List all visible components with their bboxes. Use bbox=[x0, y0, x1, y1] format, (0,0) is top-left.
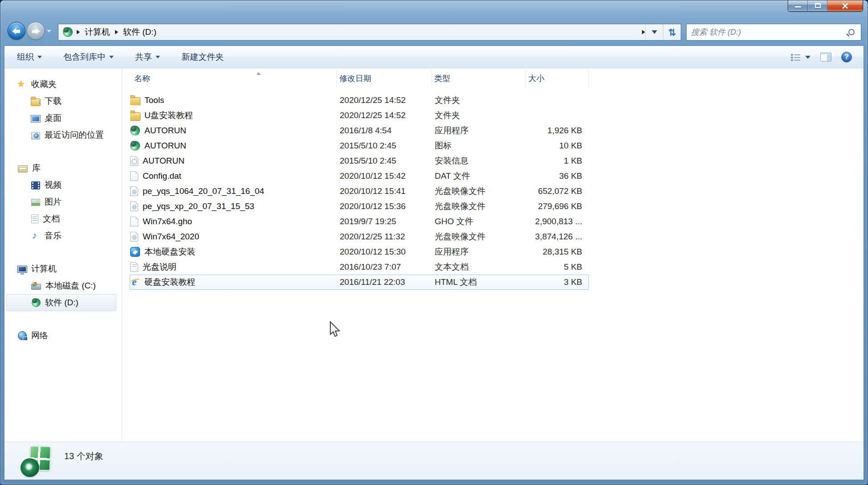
maximize-icon bbox=[815, 3, 821, 8]
file-name-cell: Win7x64_2020 bbox=[130, 232, 337, 242]
sidebar-item[interactable]: 桌面 bbox=[4, 110, 122, 127]
sidebar-item[interactable]: 图片 bbox=[4, 193, 122, 210]
file-row[interactable]: AUTORUN 2015/5/10 2:45 图标 10 KB bbox=[130, 138, 589, 153]
search-input[interactable] bbox=[687, 28, 848, 37]
file-row[interactable]: 本地硬盘安装 2020/10/12 15:30 应用程序 28,315 KB bbox=[130, 244, 589, 259]
file-name-cell: pe_yqs_xp_20_07_31_15_53 bbox=[130, 201, 337, 211]
disk-c-icon bbox=[31, 284, 41, 290]
file-name: AUTORUN bbox=[144, 141, 186, 151]
file-type-cell: 光盘映像文件 bbox=[432, 201, 526, 212]
column-header-label: 大小 bbox=[528, 73, 544, 84]
file-name-cell: U盘安装教程 bbox=[130, 110, 337, 121]
file-row[interactable]: Tools 2020/12/25 14:52 文件夹 bbox=[130, 93, 589, 108]
toolbar-button[interactable]: 新建文件夹 bbox=[181, 51, 224, 63]
sidebar-item[interactable]: 收藏夹 bbox=[4, 76, 122, 93]
file-date-cell: 2020/10/12 15:42 bbox=[337, 171, 432, 181]
address-dropdown-button[interactable] bbox=[645, 24, 663, 40]
file-size-cell: 28,315 KB bbox=[526, 247, 589, 257]
file-row[interactable]: pe_yqs_xp_20_07_31_15_53 2020/10/12 15:3… bbox=[130, 199, 589, 214]
recent-pages-caret-icon[interactable] bbox=[47, 30, 51, 35]
file-date-cell: 2020/10/12 15:41 bbox=[337, 186, 432, 196]
file-size-cell: 279,696 KB bbox=[526, 201, 589, 211]
client-area: 组织 包含到库中 共享 新建文件夹 ? bbox=[4, 45, 864, 480]
file-size-cell: 3 KB bbox=[526, 277, 589, 287]
toolbar-button[interactable]: 组织 bbox=[17, 51, 42, 63]
file-row[interactable]: 光盘说明 2016/10/23 7:07 文本文档 5 KB bbox=[130, 259, 589, 275]
file-size-cell: 652,072 KB bbox=[526, 186, 589, 196]
sidebar-item[interactable]: 软件 (D:) bbox=[6, 294, 116, 311]
refresh-button[interactable]: ⇅ bbox=[663, 24, 681, 40]
sidebar-item[interactable]: 音乐 bbox=[4, 227, 122, 244]
breadcrumb-arrow-icon[interactable] bbox=[642, 30, 645, 34]
back-button[interactable] bbox=[8, 22, 25, 40]
toolbar-right-group: ? bbox=[791, 46, 852, 68]
sidebar-item[interactable]: 计算机 bbox=[4, 260, 122, 277]
column-header[interactable]: 修改日期 bbox=[337, 70, 432, 87]
breadcrumb-arrow-icon[interactable] bbox=[77, 30, 80, 34]
file-size-cell: 1 KB bbox=[526, 156, 589, 166]
item-count-label: 13 个对象 bbox=[64, 450, 103, 462]
close-button[interactable] bbox=[827, 0, 863, 11]
sidebar-item[interactable]: 文档 bbox=[4, 210, 122, 227]
sidebar-item[interactable]: 最近访问的位置 bbox=[4, 127, 122, 144]
toolbar-button-label: 组织 bbox=[17, 51, 34, 63]
file-row[interactable]: pe_yqs_1064_20_07_31_16_04 2020/10/12 15… bbox=[130, 184, 589, 199]
details-pane: 13 个对象 bbox=[4, 442, 864, 480]
autorun-icon bbox=[130, 126, 140, 136]
chevron-down-icon[interactable] bbox=[805, 56, 810, 62]
file-row[interactable]: 硬盘安装教程 2016/11/21 22:03 HTML 文档 3 KB bbox=[130, 275, 589, 290]
file-size-cell: 3,874,126 ... bbox=[526, 232, 589, 242]
sidebar-item[interactable]: 视频 bbox=[4, 177, 122, 193]
file-row[interactable]: AUTORUN 2016/1/8 4:54 应用程序 1,926 KB bbox=[130, 123, 589, 138]
toolbar-button-label: 新建文件夹 bbox=[181, 51, 224, 63]
file-type-cell: DAT 文件 bbox=[432, 170, 526, 182]
toolbar-button[interactable]: 包含到库中 bbox=[63, 51, 114, 63]
breadcrumb-item[interactable]: 软件 (D:) bbox=[120, 26, 159, 38]
file-name: 硬盘安装教程 bbox=[144, 276, 195, 288]
change-view-icon[interactable] bbox=[791, 53, 801, 61]
breadcrumb: 计算机 软件 (D:) bbox=[58, 24, 640, 40]
sidebar-item[interactable]: 网络 bbox=[4, 327, 122, 344]
download-icon bbox=[31, 99, 40, 106]
breadcrumb-item[interactable]: 计算机 bbox=[82, 26, 113, 38]
column-header-label: 修改日期 bbox=[339, 73, 371, 84]
column-header[interactable]: 类型 bbox=[432, 70, 526, 87]
minimize-button[interactable] bbox=[788, 0, 808, 11]
sidebar-item-label: 库 bbox=[32, 162, 41, 174]
sidebar-item-label: 图片 bbox=[45, 196, 62, 208]
network-icon bbox=[18, 331, 27, 340]
toolbar-button[interactable]: 共享 bbox=[135, 51, 160, 63]
recent-icon bbox=[31, 132, 40, 140]
file-row[interactable]: Win7x64.gho 2019/9/7 19:25 GHO 文件 2,900,… bbox=[130, 214, 589, 229]
address-bar[interactable]: 计算机 软件 (D:) ⇅ bbox=[58, 24, 681, 41]
file-row[interactable]: Config.dat 2020/10/12 15:42 DAT 文件 36 KB bbox=[130, 169, 589, 184]
file-date-cell: 2019/9/7 19:25 bbox=[337, 217, 432, 226]
refresh-icon: ⇅ bbox=[668, 28, 676, 37]
setupinfo-icon bbox=[130, 156, 138, 166]
file-type-cell: 应用程序 bbox=[432, 246, 526, 258]
file-name: pe_yqs_1064_20_07_31_16_04 bbox=[143, 186, 264, 196]
sidebar-item[interactable]: 本地磁盘 (C:) bbox=[4, 277, 122, 294]
file-date-cell: 2020/12/25 14:52 bbox=[337, 95, 432, 105]
preview-pane-icon[interactable] bbox=[820, 53, 831, 62]
help-icon[interactable]: ? bbox=[841, 52, 852, 62]
breadcrumb-segment: 计算机 bbox=[74, 26, 113, 38]
file-row[interactable]: Win7x64_2020 2020/12/25 11:32 光盘映像文件 3,8… bbox=[130, 229, 589, 244]
breadcrumb-arrow-icon[interactable] bbox=[115, 30, 118, 34]
file-row[interactable]: U盘安装教程 2020/12/25 14:52 文件夹 bbox=[130, 108, 589, 123]
column-header[interactable]: 名称 bbox=[130, 70, 337, 87]
file-size-cell: 10 KB bbox=[526, 141, 589, 151]
file-name-cell: 本地硬盘安装 bbox=[130, 246, 337, 258]
sidebar-item-label: 桌面 bbox=[45, 112, 62, 124]
file-row[interactable]: AUTORUN 2015/5/10 2:45 安装信息 1 KB bbox=[130, 153, 589, 169]
column-header[interactable]: 大小 bbox=[526, 70, 589, 87]
star-icon bbox=[18, 80, 27, 89]
sidebar-item-label: 文档 bbox=[43, 213, 60, 225]
sidebar-item[interactable]: 库 bbox=[4, 160, 122, 177]
maximize-button[interactable] bbox=[808, 0, 827, 11]
sidebar-item[interactable]: 下载 bbox=[4, 93, 122, 110]
search-icon[interactable] bbox=[848, 29, 855, 35]
file-name-cell: AUTORUN bbox=[130, 156, 337, 166]
chevron-down-icon bbox=[37, 56, 42, 61]
forward-button[interactable] bbox=[27, 22, 45, 40]
